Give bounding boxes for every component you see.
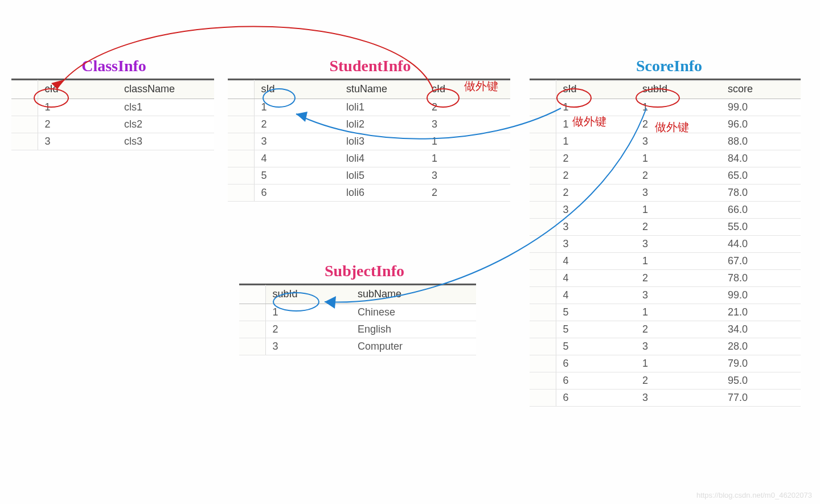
- row-gutter: [530, 150, 556, 167]
- scoreinfo-header-score: score: [721, 79, 801, 99]
- row-gutter: [530, 390, 556, 407]
- cell: 4: [556, 287, 636, 304]
- subjectinfo-title: SubjectInfo: [239, 262, 490, 280]
- table-row: 1cls1: [11, 99, 214, 116]
- row-gutter: [11, 99, 38, 116]
- table-row: 6179.0: [530, 355, 801, 372]
- cell: 77.0: [721, 390, 801, 407]
- cell: loli5: [339, 167, 425, 185]
- cell: 66.0: [721, 202, 801, 219]
- row-gutter: [530, 133, 556, 150]
- row-gutter: [530, 99, 556, 116]
- cell: 3: [556, 236, 636, 253]
- cell: loli2: [339, 116, 425, 133]
- cell: 1: [556, 133, 636, 150]
- row-gutter: [228, 185, 254, 202]
- cell: 55.0: [721, 219, 801, 236]
- cell: 2: [556, 167, 636, 185]
- row-gutter: [228, 99, 254, 116]
- row-gutter: [530, 185, 556, 202]
- row-gutter: [228, 167, 254, 185]
- table-row: 6377.0: [530, 390, 801, 407]
- cell: 21.0: [721, 304, 801, 321]
- studentinfo-header-sid: sId: [254, 79, 339, 99]
- cell: 5: [556, 338, 636, 355]
- classinfo-table: cId className 1cls12cls23cls3: [11, 79, 214, 150]
- table-row: 2English: [239, 321, 476, 338]
- studentinfo-header-stuname: stuName: [339, 79, 425, 99]
- cell: 4: [556, 270, 636, 287]
- table-row: 3344.0: [530, 236, 801, 253]
- row-gutter: [530, 321, 556, 338]
- table-row: 5121.0: [530, 304, 801, 321]
- cell: loli6: [339, 185, 425, 202]
- cell: cls2: [117, 116, 214, 133]
- table-row: 1199.0: [530, 99, 801, 116]
- cell: 3: [425, 167, 510, 185]
- row-gutter: [530, 253, 556, 270]
- cell: 2: [636, 270, 721, 287]
- table-row: 4167.0: [530, 253, 801, 270]
- row-gutter: [530, 270, 556, 287]
- row-gutter: [228, 116, 254, 133]
- cell: 2: [425, 99, 510, 116]
- cell: 78.0: [721, 270, 801, 287]
- cell: 3: [556, 202, 636, 219]
- cell: 99.0: [721, 287, 801, 304]
- subjectinfo-header-subname: subName: [351, 284, 476, 304]
- cell: 78.0: [721, 185, 801, 202]
- table-row: 5loli53: [228, 167, 510, 185]
- cell: cls3: [117, 133, 214, 150]
- row-gutter: [530, 167, 556, 185]
- cell: 3: [636, 338, 721, 355]
- scoreinfo-header-sid: sId: [556, 79, 636, 99]
- cell: 2: [636, 219, 721, 236]
- cell: 3: [636, 287, 721, 304]
- table-row: 6loli62: [228, 185, 510, 202]
- cell: 6: [556, 355, 636, 372]
- row-gutter: [530, 355, 556, 372]
- table-row: 1Chinese: [239, 304, 476, 321]
- table-row: 5328.0: [530, 338, 801, 355]
- cell: 1: [265, 304, 351, 321]
- cell: 2: [556, 150, 636, 167]
- classinfo-header-cid: cId: [38, 79, 117, 99]
- cell: 96.0: [721, 116, 801, 133]
- cell: 44.0: [721, 236, 801, 253]
- row-gutter: [228, 150, 254, 167]
- row-gutter: [530, 236, 556, 253]
- row-gutter: [239, 338, 265, 355]
- cell: 88.0: [721, 133, 801, 150]
- studentinfo-title: StudentInfo: [228, 57, 512, 75]
- row-gutter: [530, 219, 556, 236]
- cell: 1: [38, 99, 117, 116]
- cell: 5: [254, 167, 339, 185]
- cell: 1: [636, 253, 721, 270]
- row-gutter: [530, 372, 556, 390]
- scoreinfo-header-subid: subId: [636, 79, 721, 99]
- table-row: 2cls2: [11, 116, 214, 133]
- cell: 1: [636, 355, 721, 372]
- row-gutter: [239, 304, 265, 321]
- table-row: 4loli41: [228, 150, 510, 167]
- table-row: 1loli12: [228, 99, 510, 116]
- cell: 2: [425, 185, 510, 202]
- table-row: 1388.0: [530, 133, 801, 150]
- cell: English: [351, 321, 476, 338]
- table-row: 5234.0: [530, 321, 801, 338]
- row-gutter: [530, 338, 556, 355]
- subjectinfo-header-subid: subId: [265, 284, 351, 304]
- classinfo-title: ClassInfo: [11, 57, 216, 75]
- table-row: 2378.0: [530, 185, 801, 202]
- table-row: 6295.0: [530, 372, 801, 390]
- table-row: 4278.0: [530, 270, 801, 287]
- cell: 6: [556, 390, 636, 407]
- cell: Computer: [351, 338, 476, 355]
- cell: 2: [254, 116, 339, 133]
- annotation-fk-cid: 做外键: [464, 79, 498, 94]
- cell: 1: [254, 99, 339, 116]
- cell: 2: [265, 321, 351, 338]
- table-row: 4399.0: [530, 287, 801, 304]
- table-row: 3loli31: [228, 133, 510, 150]
- annotation-fk-subid: 做外键: [655, 120, 689, 135]
